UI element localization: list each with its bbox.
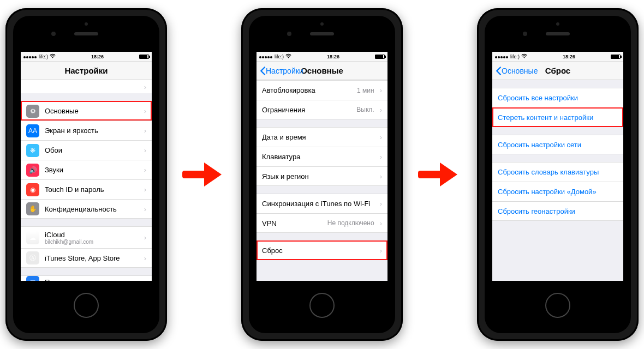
row-label: Автоблокировка [262, 86, 315, 94]
chevron-right-icon: › [141, 278, 146, 281]
row-label: Сбросить настройки сети [498, 141, 581, 149]
wifi-icon [285, 53, 291, 59]
status-bar: life:) 18:26 [257, 52, 387, 62]
row-label: Синхронизация с iTunes по Wi-Fi [262, 200, 370, 208]
settings-row[interactable]: ☁︎iCloudbilchikh@gmail.com› [21, 226, 152, 248]
carrier-label: life:) [275, 54, 284, 59]
back-button[interactable]: Основные [496, 67, 538, 75]
chevron-right-icon: › [141, 83, 146, 91]
display-icon: AA [26, 124, 39, 137]
settings-row[interactable]: ✉︎Почта, адреса, календари› [21, 275, 152, 281]
home-button[interactable] [74, 293, 99, 318]
settings-row[interactable]: Сбросить словарь клавиатуры [492, 162, 623, 182]
row-label: Сбросить все настройки [498, 94, 578, 102]
row-label: Сбросить настройки «Домой» [498, 188, 597, 196]
home-button[interactable] [545, 293, 570, 318]
row-label: Сбросить геонастройки [498, 207, 575, 215]
screen-reset: life:) 18:26 Основные Сброс Сбросить все… [492, 52, 623, 281]
chevron-right-icon: › [377, 86, 382, 94]
screen-general: life:) 18:26 Настройки Основные Автоблок… [257, 52, 387, 281]
sounds-icon: 🔊 [26, 164, 39, 177]
time-label: 18:26 [327, 54, 339, 59]
settings-row[interactable]: Язык и регион› [257, 166, 387, 186]
row-label: Сбросить словарь клавиатуры [498, 168, 599, 176]
status-bar: life:) 18:26 [21, 52, 152, 62]
signal-icon [259, 54, 273, 59]
row-value: Выкл. [356, 106, 376, 113]
settings-row[interactable]: 🔊Звуки› [21, 160, 152, 179]
back-label: Настройки [266, 67, 303, 75]
settings-row[interactable]: ❋Обои› [21, 140, 152, 160]
settings-row[interactable]: ОграниченияВыкл.› [257, 100, 387, 119]
settings-row[interactable]: ⒶiTunes Store, App Store› [21, 248, 152, 268]
settings-row[interactable]: Стереть контент и настройки [492, 107, 623, 127]
chevron-right-icon: › [141, 146, 146, 154]
signal-icon [23, 54, 37, 59]
page-title: Основные [301, 66, 343, 75]
row-label: Звуки [45, 166, 63, 174]
settings-row[interactable]: Сбросить геонастройки [492, 201, 623, 221]
arrow-icon [418, 161, 462, 188]
chevron-right-icon: › [377, 246, 382, 255]
phone-settings: life:) 18:26 Настройки › ⚙︎Основные›AAЭк… [5, 8, 167, 341]
row-label: Клавиатура [262, 153, 300, 161]
chevron-right-icon: › [141, 127, 146, 135]
chevron-right-icon: › [141, 185, 146, 194]
mail-icon: ✉︎ [26, 276, 39, 281]
settings-row[interactable]: Клавиатура› [257, 147, 387, 166]
row-sublabel: bilchikh@gmail.com [45, 239, 93, 245]
settings-row[interactable]: Сбросить настройки «Домой» [492, 182, 623, 201]
settings-row[interactable]: Автоблокировка1 мин› [257, 80, 387, 100]
row-value: 1 мин [357, 87, 377, 94]
settings-row[interactable]: Сброс› [257, 240, 387, 260]
row-label: Стереть контент и настройки [498, 113, 593, 122]
phone-reset: life:) 18:26 Основные Сброс Сбросить все… [477, 8, 639, 341]
carrier-label: life:) [39, 54, 48, 59]
navbar: Основные Сброс [492, 62, 623, 80]
row-value: Не подключено [327, 219, 377, 227]
chevron-right-icon: › [141, 205, 146, 213]
settings-row[interactable]: Дата и время› [257, 127, 387, 147]
chevron-right-icon: › [377, 219, 382, 227]
carrier-label: life:) [510, 54, 520, 59]
row-label: Сброс [262, 246, 283, 255]
chevron-right-icon: › [377, 172, 382, 180]
chevron-right-icon: › [377, 200, 382, 208]
arrow-icon [182, 161, 226, 188]
time-label: 18:26 [91, 54, 104, 59]
icloud-icon: ☁︎ [26, 231, 39, 244]
row-label: Основные [45, 107, 79, 115]
chevron-right-icon: › [377, 106, 382, 114]
chevron-right-icon: › [141, 107, 146, 115]
chevron-right-icon: › [141, 254, 146, 262]
time-label: 18:26 [563, 54, 575, 59]
back-button[interactable]: Настройки [260, 67, 303, 75]
screen-settings: life:) 18:26 Настройки › ⚙︎Основные›AAЭк… [21, 52, 152, 281]
chevron-right-icon: › [377, 133, 382, 141]
row-label: Конфиденциальность [45, 205, 117, 213]
signal-icon [495, 54, 509, 59]
page-title: Настройки [64, 66, 108, 75]
phone-general: life:) 18:26 Настройки Основные Автоблок… [241, 8, 403, 341]
settings-row[interactable]: AAЭкран и яркость› [21, 121, 152, 140]
navbar: Настройки Основные [257, 62, 387, 80]
home-button[interactable] [309, 293, 335, 318]
row-label: iTunes Store, App Store [45, 254, 120, 262]
chevron-right-icon: › [141, 233, 146, 242]
battery-icon [375, 55, 385, 59]
settings-row[interactable]: ✋Конфиденциальность› [21, 199, 152, 219]
settings-row[interactable]: ⚙︎Основные› [21, 101, 152, 121]
prev-row-partial[interactable]: › [21, 80, 152, 93]
chevron-right-icon: › [377, 153, 382, 161]
row-label: Touch ID и пароль [45, 185, 104, 194]
settings-row[interactable]: Сбросить все настройки [492, 88, 623, 107]
settings-row[interactable]: Сбросить настройки сети [492, 135, 623, 154]
row-label: Дата и время [262, 133, 306, 141]
page-title: Сброс [545, 66, 570, 75]
settings-row[interactable]: Синхронизация с iTunes по Wi-Fi› [257, 194, 387, 213]
settings-row[interactable]: VPNНе подключено› [257, 213, 387, 233]
status-bar: life:) 18:26 [492, 52, 623, 62]
privacy-icon: ✋ [26, 202, 39, 215]
settings-row[interactable]: ◉Touch ID и пароль› [21, 179, 152, 199]
row-label: VPN [262, 219, 277, 227]
